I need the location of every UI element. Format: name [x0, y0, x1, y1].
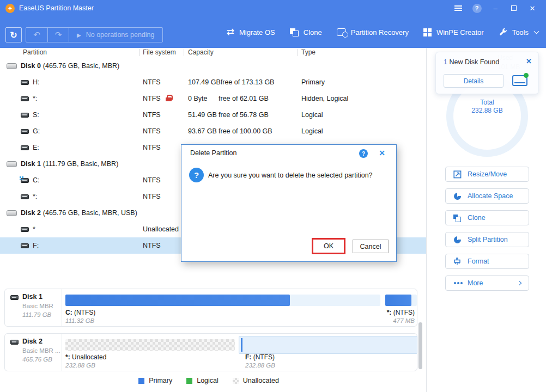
disk-map-scheme: Basic MBR ... — [22, 347, 60, 354]
split-partition-label: Split Partition — [468, 236, 508, 243]
filesystem-value: NTFS — [143, 107, 161, 123]
table-header: Partition File system Capacity Type — [0, 48, 426, 58]
partition-name: C: — [33, 172, 40, 188]
table-row-h[interactable]: H: NTFS 107.49 GBfree of 173.13 GB Prima… — [0, 74, 426, 90]
capacity-free: 93.67 GB — [188, 123, 219, 139]
maximize-button[interactable] — [505, 0, 523, 16]
partition-name: S: — [33, 107, 39, 123]
new-disk-icon — [512, 75, 527, 86]
partition-size: 232.88 GB — [245, 362, 275, 369]
disk-icon — [7, 161, 17, 167]
capacity-total: free of 100.00 GB — [219, 127, 272, 135]
refresh-button[interactable]: ↻ — [5, 27, 22, 42]
disk-info: (465.76 GB, Basic, MBR, USB) — [43, 209, 137, 217]
details-button[interactable]: Details — [444, 74, 503, 88]
clone-side-button[interactable]: Clone — [445, 210, 529, 225]
disk-map-size: 465.76 GB — [22, 356, 52, 363]
tools-button[interactable]: Tools — [499, 28, 538, 36]
chart-total-label: Total — [446, 99, 528, 107]
partition-size: 477 MB — [393, 317, 415, 324]
disk-map-scheme: Basic MBR — [22, 303, 53, 309]
table-row-hidden[interactable]: *: NTFS 0 Bytefree of 62.01 GB Hidden, L… — [0, 90, 426, 107]
minimize-button[interactable]: – — [486, 0, 505, 16]
cancel-button[interactable]: Cancel — [353, 240, 389, 253]
migrate-os-label: Migrate OS — [239, 28, 275, 36]
ok-button[interactable]: OK — [312, 238, 345, 254]
format-button[interactable]: Format — [445, 254, 529, 269]
partition-icon — [21, 178, 29, 183]
partition-icon — [21, 227, 29, 232]
split-partition-button[interactable]: Split Partition — [445, 232, 529, 247]
partition-size: 111.32 GB — [65, 317, 94, 324]
unallocated-legend-swatch — [233, 378, 239, 384]
table-row-g[interactable]: G: NTFS 93.67 GBfree of 100.00 GB Logica… — [0, 123, 426, 139]
winpe-creator-icon — [423, 28, 432, 36]
undo-button[interactable]: ↶ — [26, 28, 47, 42]
partition-icon — [21, 96, 29, 101]
header-capacity: Capacity — [188, 48, 214, 56]
dialog-close-icon[interactable]: ✕ — [379, 149, 385, 157]
question-icon: ? — [189, 168, 204, 182]
clone-icon — [290, 28, 299, 36]
play-icon: ▶ — [77, 32, 81, 38]
redo-button[interactable]: ↷ — [47, 28, 69, 42]
disk-info: (465.76 GB, Basic, MBR) — [43, 62, 119, 70]
clone-button[interactable]: Clone — [290, 28, 322, 36]
filesystem-value: NTFS — [143, 95, 161, 102]
resize-move-icon — [453, 170, 462, 179]
migrate-os-button[interactable]: ⇄ Migrate OS — [227, 28, 275, 36]
table-row-disk0[interactable]: Disk 0(465.76 GB, Basic, MBR) — [0, 58, 426, 74]
clone-label: Clone — [304, 28, 322, 36]
partition-fs: (NTFS) — [391, 309, 415, 316]
menu-icon[interactable] — [449, 0, 468, 16]
capacity-free: 0 Byte — [188, 90, 219, 107]
more-label: More — [468, 279, 483, 287]
filesystem-value: NTFS — [143, 172, 161, 188]
partition-recovery-icon — [337, 28, 346, 36]
partition-block-f-selected[interactable] — [239, 336, 417, 354]
resize-move-label: Resize/Move — [468, 170, 507, 178]
clone-side-label: Clone — [468, 214, 486, 222]
vertical-scrollbar[interactable] — [418, 322, 422, 369]
pie-chart-icon — [454, 193, 461, 200]
unallocated-block[interactable] — [65, 339, 235, 351]
clone-icon — [453, 215, 461, 222]
app-window: ✦ EaseUS Partition Master ? – ✕ ↻ ↶ ↷ ▶ … — [0, 0, 546, 392]
filesystem-value: NTFS — [143, 74, 161, 90]
header-type: Type — [301, 48, 316, 56]
more-button[interactable]: More — [445, 275, 529, 291]
filesystem-value: NTFS — [143, 123, 161, 139]
table-row-s[interactable]: S: NTFS 51.49 GBfree of 56.78 GB Logical — [0, 107, 426, 123]
format-icon — [453, 258, 462, 265]
capacity-total: free of 56.78 GB — [219, 111, 269, 119]
format-label: Format — [468, 258, 489, 265]
disk-icon — [10, 340, 19, 345]
filesystem-value: Unallocated — [143, 221, 179, 237]
partition-recovery-label: Partition Recovery — [351, 28, 409, 36]
more-dots-icon — [454, 282, 456, 284]
type-value: Hidden, Logical — [301, 90, 348, 107]
close-button[interactable]: ✕ — [523, 0, 542, 16]
resize-move-button[interactable]: Resize/Move — [445, 167, 529, 182]
partition-size: 232.88 GB — [65, 362, 95, 369]
partition-recovery-button[interactable]: Partition Recovery — [337, 28, 409, 36]
chevron-down-icon — [534, 28, 539, 34]
wrench-icon — [499, 28, 507, 36]
help-icon[interactable]: ? — [468, 0, 486, 16]
partition-block-star[interactable] — [385, 295, 417, 306]
pending-operations-button[interactable]: ▶ No operations pending — [69, 28, 162, 42]
toolbar: ↻ ↶ ↷ ▶ No operations pending ⇄ Migrate … — [0, 16, 546, 48]
notification-close-icon[interactable]: ✕ — [526, 57, 532, 65]
winpe-creator-button[interactable]: WinPE Creator — [423, 28, 484, 36]
capacity-total: free of 62.01 GB — [219, 95, 269, 102]
dialog-title: Delete Partition — [190, 149, 236, 157]
dialog-help-icon[interactable]: ? — [359, 149, 368, 158]
partition-block-c[interactable] — [65, 295, 380, 306]
capacity-free: 107.49 GB — [188, 74, 221, 90]
header-filesystem: File system — [143, 48, 176, 56]
pending-operations-label: No operations pending — [86, 31, 155, 39]
disk-map-disk1: Disk 1 Basic MBR 111.79 GB C: (NTFS) 111… — [4, 289, 417, 327]
notification-text: New Disk Found — [447, 58, 499, 66]
allocate-space-button[interactable]: Allocate Space — [445, 188, 529, 204]
operations-group: ↶ ↷ ▶ No operations pending — [26, 27, 163, 42]
